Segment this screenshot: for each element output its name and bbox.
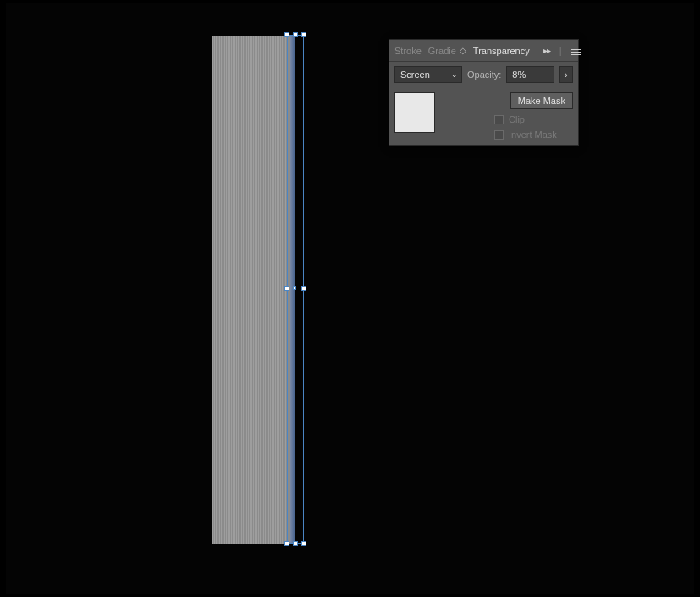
chevron-down-icon: ⌄ <box>451 70 458 79</box>
artwork-rectangle[interactable] <box>212 36 292 544</box>
invert-mask-checkbox[interactable] <box>494 130 504 140</box>
collapse-icon[interactable]: ▸▸ <box>543 46 550 55</box>
selection-handle-top-mid[interactable] <box>293 32 298 37</box>
object-thumbnail[interactable] <box>394 92 435 133</box>
clip-checkbox-row[interactable]: Clip <box>444 114 573 124</box>
updown-icon[interactable]: ◇ <box>460 46 466 55</box>
selection-handle-bottom-right[interactable] <box>301 541 306 546</box>
transparency-panel: Stroke Gradie ◇ Transparency ▸▸ | Screen… <box>389 39 579 146</box>
canvas-workspace[interactable]: Stroke Gradie ◇ Transparency ▸▸ | Screen… <box>6 3 694 594</box>
panel-tab-bar: Stroke Gradie ◇ Transparency ▸▸ | <box>389 40 578 62</box>
chevron-right-icon: › <box>565 70 567 80</box>
opacity-slider-flyout[interactable]: › <box>559 66 573 83</box>
tab-transparency[interactable]: Transparency <box>473 46 530 56</box>
invert-mask-checkbox-row[interactable]: Invert Mask <box>444 130 573 140</box>
blend-mode-select[interactable]: Screen ⌄ <box>394 66 462 83</box>
selection-handle-mid-right[interactable] <box>301 286 306 291</box>
blend-mode-value: Screen <box>400 69 430 80</box>
selection-handle-bottom-mid[interactable] <box>293 541 298 546</box>
tab-gradient[interactable]: Gradie <box>428 46 456 56</box>
opacity-label: Opacity: <box>467 69 501 80</box>
opacity-value: 8% <box>512 69 526 80</box>
make-mask-button[interactable]: Make Mask <box>510 92 573 109</box>
tab-stroke[interactable]: Stroke <box>394 46 422 56</box>
artwork-highlight-stripe <box>290 36 295 544</box>
clip-label: Clip <box>509 114 525 124</box>
blend-opacity-row: Screen ⌄ Opacity: 8% › <box>389 62 578 87</box>
panel-menu-icon[interactable] <box>571 46 581 56</box>
mask-section: Make Mask Clip Invert Mask <box>389 87 578 145</box>
invert-mask-label: Invert Mask <box>509 130 557 140</box>
selection-handle-top-right[interactable] <box>301 32 306 37</box>
selection-handle-center[interactable] <box>293 286 296 290</box>
clip-checkbox[interactable] <box>494 115 504 124</box>
selection-handle-top-left[interactable] <box>284 32 289 37</box>
selection-handle-mid-left[interactable] <box>284 286 289 291</box>
selection-handle-bottom-left[interactable] <box>284 541 289 546</box>
opacity-input[interactable]: 8% <box>506 66 554 83</box>
separator: | <box>559 46 562 56</box>
